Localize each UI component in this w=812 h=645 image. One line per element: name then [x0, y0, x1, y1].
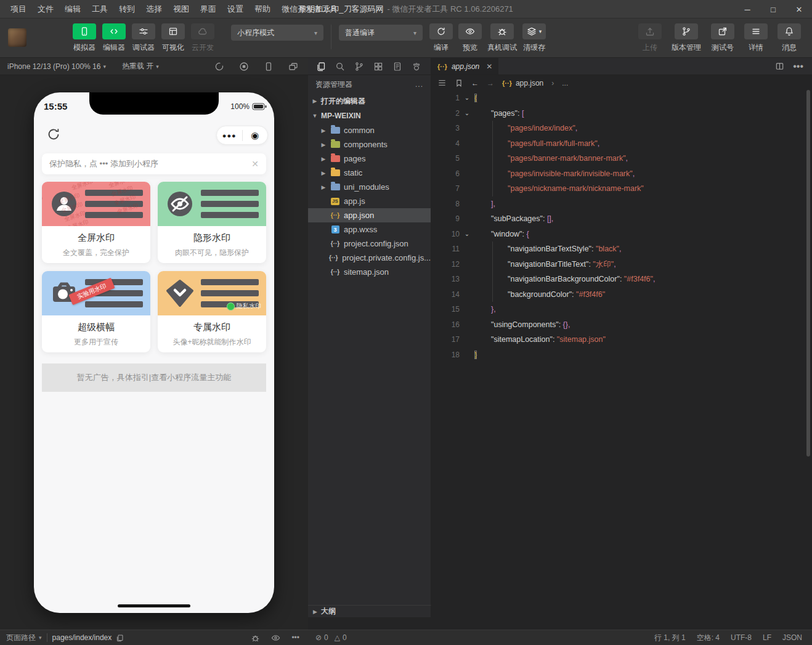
- view-调试器-button[interactable]: 调试器: [132, 23, 155, 53]
- banner-close-icon[interactable]: ✕: [251, 159, 259, 169]
- code-editor[interactable]: ← → {··} app.json › ... 1⌄{2⌄"pages": [3…: [431, 75, 812, 617]
- menu-设置[interactable]: 设置: [222, 0, 249, 18]
- card-全屏水印[interactable]: 全屏水印 全屏水印 全屏水印 全屏水印 全屏水印 全屏水印 全屏水印 全屏水印 …: [42, 182, 150, 263]
- code-line-3[interactable]: 3"pages/index/index",: [431, 121, 812, 136]
- code-line-17[interactable]: 17"sitemapLocation": "sitemap.json": [431, 332, 812, 347]
- action-消息-button[interactable]: 消息: [777, 23, 801, 53]
- maximize-icon[interactable]: □: [760, 0, 786, 18]
- paw-icon[interactable]: [412, 62, 421, 71]
- network-icon[interactable]: [214, 62, 224, 71]
- split-editor-icon[interactable]: [775, 62, 784, 71]
- multi-window-icon[interactable]: [288, 62, 298, 71]
- file-item-pages[interactable]: ▶pages: [308, 152, 431, 166]
- cursor-position[interactable]: 行 1, 列 1: [654, 633, 686, 643]
- language-mode[interactable]: JSON: [782, 633, 802, 642]
- explorer-section-打开的编辑器[interactable]: ▶打开的编辑器: [308, 94, 431, 108]
- menu-视图[interactable]: 视图: [168, 0, 195, 18]
- file-item-project.config.json[interactable]: {··}project.config.json: [308, 237, 431, 251]
- action-详情-button[interactable]: 详情: [744, 23, 768, 53]
- compile-dropdown[interactable]: 普通编译▾: [339, 25, 423, 41]
- action-预览-button[interactable]: 预览: [458, 23, 482, 53]
- code-line-11[interactable]: 11"navigationBarTextStyle": "black",: [431, 241, 812, 257]
- extensions-icon[interactable]: [373, 62, 383, 71]
- code-line-2[interactable]: 2⌄"pages": [: [431, 106, 812, 121]
- file-item-app.js[interactable]: JSapp.js: [308, 194, 431, 208]
- tab-close-icon[interactable]: ✕: [486, 62, 492, 71]
- file-item-project.private.config.js...[interactable]: {··}project.private.config.js...: [308, 251, 431, 265]
- encoding[interactable]: UTF-8: [731, 633, 752, 642]
- menu-工具[interactable]: 工具: [86, 0, 113, 18]
- code-line-12[interactable]: 12"navigationBarTitleText": "水印",: [431, 257, 812, 272]
- code-line-8[interactable]: 8],: [431, 197, 812, 212]
- card-专属水印[interactable]: 隐私水印专属水印头像+昵称就能制作水印: [158, 271, 266, 352]
- code-line-16[interactable]: 16"usingComponents": {},: [431, 317, 812, 333]
- close-icon[interactable]: ✕: [786, 0, 812, 18]
- code-line-5[interactable]: 5"pages/banner-mark/banner-mark",: [431, 151, 812, 166]
- action-版本管理-button[interactable]: 版本管理: [672, 23, 701, 53]
- view-编辑器-button[interactable]: 编辑器: [102, 23, 126, 53]
- problems-indicator[interactable]: ⊘0 △0: [315, 633, 347, 642]
- minimize-icon[interactable]: ─: [734, 0, 760, 18]
- view-可视化-button[interactable]: 可视化: [161, 23, 185, 53]
- file-item-common[interactable]: ▶common: [308, 123, 431, 137]
- git-branch-icon[interactable]: [354, 62, 364, 71]
- fold-chevron-icon[interactable]: ⌄: [460, 227, 474, 242]
- outline-list-icon[interactable]: [437, 78, 447, 87]
- code-line-7[interactable]: 7"pages/nickname-mark/nickname-mark": [431, 181, 812, 197]
- vconsole-bug-icon[interactable]: [251, 633, 260, 643]
- phone-rotate-icon[interactable]: [264, 62, 274, 71]
- menu-选择[interactable]: 选择: [140, 0, 168, 18]
- preview-eye-icon[interactable]: [271, 633, 280, 643]
- file-item-app.wxss[interactable]: 3app.wxss: [308, 222, 431, 237]
- file-doc-icon[interactable]: [392, 62, 402, 71]
- bookmark-icon[interactable]: [455, 79, 463, 87]
- outline-section[interactable]: ▶ 大纲: [308, 605, 431, 617]
- file-item-app.json[interactable]: {··}app.json: [308, 208, 431, 222]
- explorer-more-icon[interactable]: ...: [415, 80, 423, 89]
- fold-chevron-icon[interactable]: ⌄: [460, 91, 474, 106]
- indent-setting[interactable]: 空格: 4: [697, 633, 720, 643]
- code-line-4[interactable]: 4"pages/full-mark/full-mark",: [431, 136, 812, 152]
- nav-back-icon[interactable]: ←: [471, 79, 479, 87]
- nav-forward-icon[interactable]: →: [487, 79, 494, 87]
- page-path-selector[interactable]: 页面路径▾: [0, 633, 42, 643]
- action-清缓存-button[interactable]: ▾清缓存: [522, 23, 546, 53]
- record-icon[interactable]: [239, 62, 249, 71]
- exit-circle-icon[interactable]: ◉: [243, 131, 268, 140]
- file-item-components[interactable]: ▶components: [308, 137, 431, 152]
- copy-icon[interactable]: [116, 634, 124, 642]
- menu-界面[interactable]: 界面: [195, 0, 222, 18]
- code-line-13[interactable]: 13"navigationBarBackgroundColor": "#f3f4…: [431, 272, 812, 287]
- eol[interactable]: LF: [763, 633, 771, 642]
- avatar[interactable]: [8, 28, 26, 47]
- files-icon[interactable]: [316, 62, 326, 71]
- more-icon[interactable]: •••: [291, 633, 299, 643]
- code-line-10[interactable]: 10⌄"window": {: [431, 227, 812, 242]
- action-编译-button[interactable]: 编译: [429, 23, 453, 53]
- code-line-18[interactable]: 18}: [431, 347, 812, 363]
- more-dots-icon[interactable]: ●●●: [217, 132, 242, 139]
- code-line-14[interactable]: 14"backgroundColor": "#f3f4f6": [431, 287, 812, 302]
- view-模拟器-button[interactable]: 模拟器: [73, 23, 96, 53]
- menu-帮助[interactable]: 帮助: [249, 0, 276, 18]
- action-测试号-button[interactable]: 测试号: [711, 23, 734, 53]
- code-line-9[interactable]: 9"subPackages": [],: [431, 211, 812, 227]
- mini-program-capsule[interactable]: ●●● ◉: [216, 126, 268, 145]
- code-line-6[interactable]: 6"pages/invisible-mark/invisible-mark",: [431, 166, 812, 182]
- menu-项目[interactable]: 项目: [5, 0, 32, 18]
- tab-app-json[interactable]: {··} app.json ✕: [431, 58, 498, 75]
- card-超级横幅[interactable]: 实验用水印超级横幅更多用于宣传: [42, 271, 150, 352]
- code-line-1[interactable]: 1⌄{: [431, 91, 812, 106]
- menu-文件[interactable]: 文件: [32, 0, 59, 18]
- search-icon[interactable]: [335, 62, 345, 71]
- mode-dropdown[interactable]: 小程序模式▾: [231, 25, 323, 41]
- action-真机调试-button[interactable]: 真机调试: [487, 23, 517, 53]
- hot-reload-toggle[interactable]: 热重载 开▾: [122, 61, 159, 71]
- device-selector[interactable]: iPhone 12/13 (Pro) 100% 16▾: [0, 62, 106, 71]
- card-隐形水印[interactable]: 隐形水印肉眼不可见，隐形保护: [158, 182, 266, 263]
- breadcrumb-more[interactable]: ...: [562, 79, 568, 87]
- file-item-uni_modules[interactable]: ▶uni_modules: [308, 180, 431, 194]
- file-item-static[interactable]: ▶static: [308, 166, 431, 180]
- more-icon[interactable]: •••: [793, 61, 803, 72]
- file-item-sitemap.json[interactable]: {··}sitemap.json: [308, 265, 431, 279]
